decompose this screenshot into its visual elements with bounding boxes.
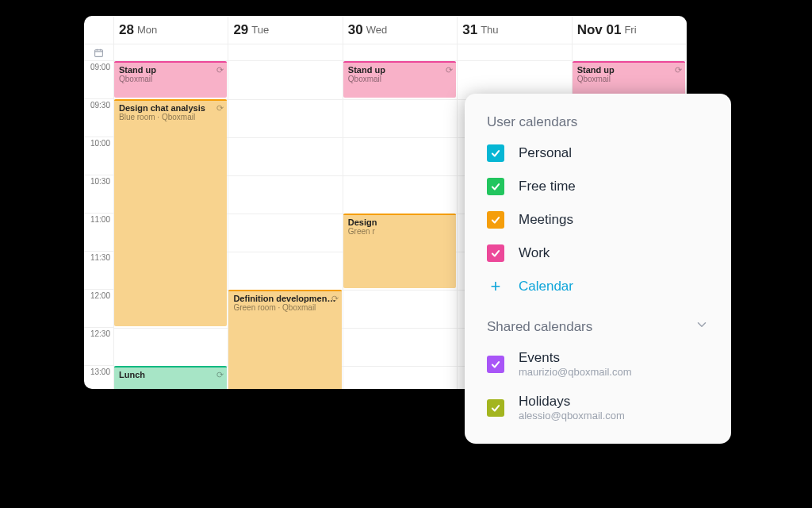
calendar-item-holidays[interactable]: Holidays alessio@qboxmail.com: [487, 394, 709, 421]
day-number: Nov 01: [577, 22, 622, 38]
event-location: Qboxmail: [348, 75, 451, 83]
svg-rect-0: [95, 50, 103, 57]
calendar-name: Work: [519, 245, 550, 261]
day-of-week: Mon: [137, 24, 157, 36]
event-standup[interactable]: Stand up Qboxmail ⟳: [343, 61, 456, 98]
event-location: Green r: [348, 227, 451, 236]
calendar-item-work[interactable]: Work: [487, 244, 709, 262]
recurring-icon: ⟳: [216, 103, 224, 114]
calendar-item-events[interactable]: Events maurizio@qboxmail.com: [487, 350, 709, 378]
day-header-mon[interactable]: 28 Mon: [114, 16, 228, 44]
event-title: Design: [348, 217, 451, 227]
add-calendar-button[interactable]: + Calendar: [487, 278, 709, 295]
day-number: 29: [233, 22, 248, 38]
event-title: Design chat analysis: [119, 103, 222, 113]
calendar-name: Meetings: [519, 212, 573, 228]
day-number: 31: [462, 22, 477, 38]
event-title: Stand up: [348, 65, 451, 75]
calendar-checkbox[interactable]: [487, 356, 504, 373]
day-header-tue[interactable]: 29 Tue: [228, 16, 343, 44]
heading-text: Shared calendars: [487, 319, 592, 335]
calendar-name: Free time: [519, 179, 576, 194]
calendar-name: Holidays: [519, 394, 625, 410]
shared-calendars-heading[interactable]: Shared calendars: [487, 318, 709, 336]
recurring-icon: ⟳: [675, 65, 682, 75]
recurring-icon: ⟳: [446, 65, 453, 75]
calendar-name: Personal: [519, 145, 572, 161]
event-location: Qboxmail: [577, 75, 680, 83]
calendar-checkbox[interactable]: [487, 244, 504, 262]
event-location: Green room · Qboxmail: [233, 303, 336, 312]
event-design-chat[interactable]: Design chat analysis Blue room · Qboxmai…: [114, 99, 227, 326]
time-label: 10:00: [84, 137, 113, 175]
day-column-mon[interactable]: Stand up Qboxmail ⟳ Design chat analysis…: [114, 61, 228, 389]
day-of-week: Thu: [481, 24, 498, 36]
time-label: 11:00: [84, 214, 113, 252]
calendar-item-personal[interactable]: Personal: [487, 144, 709, 162]
heading-text: User calendars: [487, 114, 577, 130]
event-design[interactable]: Design Green r: [343, 214, 456, 288]
day-column-tue[interactable]: Definition development p… Green room · Q…: [228, 61, 343, 389]
time-label: 13:00: [84, 366, 113, 389]
day-number: 28: [119, 22, 134, 38]
recurring-icon: ⟳: [216, 370, 224, 380]
time-label: 09:00: [84, 61, 113, 99]
recurring-icon: ⟳: [216, 65, 224, 75]
calendar-checkbox[interactable]: [487, 144, 504, 162]
header-gutter: [84, 16, 114, 44]
allday-cell[interactable]: [343, 44, 458, 60]
day-of-week: Wed: [366, 24, 388, 36]
event-definition-dev[interactable]: Definition development p… Green room · Q…: [228, 290, 341, 389]
day-of-week: Tue: [251, 24, 269, 36]
time-label: 11:30: [84, 252, 113, 290]
weekday-header: 28 Mon 29 Tue 30 Wed 31 Thu Nov 01 Fri: [84, 16, 687, 44]
allday-cell[interactable]: [573, 44, 687, 60]
event-location: Qboxmail: [119, 75, 222, 83]
user-calendars-heading: User calendars: [487, 114, 709, 130]
day-number: 30: [348, 22, 363, 38]
event-location: Blue room · Qboxmail: [119, 113, 222, 121]
calendar-owner: maurizio@qboxmail.com: [519, 366, 632, 378]
allday-icon: [84, 44, 114, 60]
calendar-item-meetings[interactable]: Meetings: [487, 211, 709, 229]
calendar-checkbox[interactable]: [487, 178, 504, 195]
time-label: 10:30: [84, 175, 113, 214]
day-column-wed[interactable]: Stand up Qboxmail ⟳ Design Green r: [343, 61, 458, 389]
allday-cell[interactable]: [114, 44, 228, 60]
allday-cell[interactable]: [228, 44, 343, 60]
event-title: Lunch: [119, 370, 222, 379]
add-calendar-label: Calendar: [519, 279, 573, 294]
allday-cell[interactable]: [458, 44, 572, 60]
calendar-owner: alessio@qboxmail.com: [519, 410, 625, 421]
calendar-item-free-time[interactable]: Free time: [487, 178, 709, 195]
day-header-fri[interactable]: Nov 01 Fri: [573, 16, 687, 44]
day-of-week: Fri: [624, 24, 636, 36]
event-lunch[interactable]: Lunch ⟳: [114, 366, 227, 389]
event-title: Definition development p…: [233, 294, 336, 303]
event-title: Stand up: [577, 65, 680, 75]
day-header-wed[interactable]: 30 Wed: [343, 16, 458, 44]
event-title: Stand up: [119, 65, 222, 75]
time-gutter: 09:00 09:30 10:00 10:30 11:00 11:30 12:0…: [84, 61, 114, 389]
calendar-name: Events: [519, 350, 632, 366]
day-header-thu[interactable]: 31 Thu: [458, 16, 572, 44]
recurring-icon: ⟳: [331, 294, 339, 304]
plus-icon: +: [487, 278, 504, 295]
calendar-checkbox[interactable]: [487, 211, 504, 229]
chevron-down-icon: [695, 318, 709, 336]
time-label: 12:30: [84, 328, 113, 366]
time-label: 12:00: [84, 290, 113, 328]
time-label: 09:30: [84, 99, 113, 137]
allday-row: [84, 44, 687, 61]
event-standup[interactable]: Stand up Qboxmail ⟳: [114, 61, 227, 98]
event-standup[interactable]: Stand up Qboxmail ⟳: [573, 61, 685, 98]
calendars-panel: User calendars Personal Free time Meetin…: [465, 94, 731, 444]
calendar-checkbox[interactable]: [487, 399, 504, 417]
